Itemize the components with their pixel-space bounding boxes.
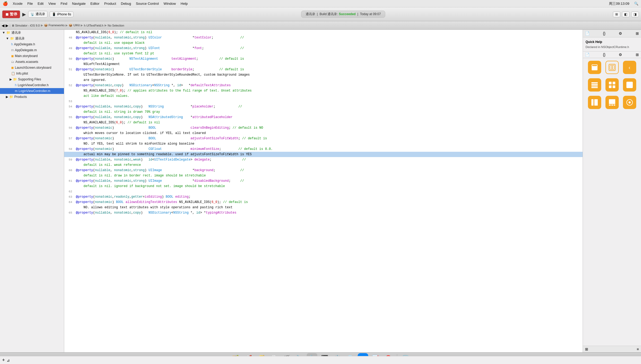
split-vc-icon[interactable] — [588, 96, 601, 109]
menu-editor[interactable]: Editor — [90, 2, 99, 6]
svg-rect-4 — [612, 65, 614, 70]
code-line-56: 56 @property(nonatomic) BOOL clearsOnBeg… — [64, 125, 583, 131]
sidebar-item-appdelegate-m[interactable]: m AppDelegate.m — [0, 47, 64, 53]
menu-xcode[interactable]: Xcode — [13, 2, 23, 6]
sidebar-sub-group[interactable]: ▼ 📁 通讯录 — [0, 36, 64, 41]
right-panel-bottom-bar: ⊞ ≡ — [583, 346, 641, 352]
svg-rect-20 — [614, 105, 615, 106]
device-selector[interactable]: 📱 iPhone 6s — [50, 11, 73, 17]
svg-rect-10 — [613, 82, 615, 84]
m-file-icon2: m — [15, 89, 18, 93]
container-vc-icon[interactable] — [605, 61, 619, 74]
search-icon[interactable]: 🔍 — [634, 2, 638, 6]
h-file-icon2: h — [15, 83, 17, 87]
layout-icon[interactable]: ⊞ — [613, 11, 620, 17]
collapse-icon4: ▶ — [6, 95, 8, 99]
menu-source-control[interactable]: Source Control — [136, 2, 159, 6]
h-file-icon: h — [11, 42, 13, 46]
code-line-64b: NO. allows editing text attributes with … — [64, 205, 583, 210]
code-line-51b: UITextBorderStyleNone. If set to UITextB… — [64, 72, 583, 77]
sidebar-item-loginvc-h[interactable]: h LoginViewController.h — [0, 82, 64, 88]
code-line-49: 49 @property(nullable, nonatomic,strong)… — [64, 46, 583, 51]
tab-vc-icon[interactable] — [605, 96, 619, 109]
menu-product[interactable]: Product — [104, 2, 116, 6]
page-vc-icon[interactable] — [623, 78, 636, 92]
toolbar-icons-right: ⊞ ◧ ◨ — [613, 11, 639, 17]
menu-debug[interactable]: Debug — [121, 2, 131, 6]
menu-navigate[interactable]: Navigate — [72, 2, 85, 6]
settings-icon[interactable]: ⚙ — [619, 31, 622, 36]
svg-rect-11 — [609, 85, 612, 88]
quick-help-title: Quick Help — [586, 40, 638, 44]
code-line-51c: are ignored. — [64, 77, 583, 83]
svg-rect-1 — [592, 65, 597, 66]
rp-grid-btn[interactable]: ⊞ — [636, 53, 639, 57]
menubar: 🍎 Xcode File Edit View Find Navigate Edi… — [0, 0, 641, 7]
rp-file-btn[interactable]: 📄 — [585, 53, 590, 57]
code-line-top: NS_AVAILABLE_IOS(6_0); // default is nil — [64, 30, 583, 35]
list-view-toggle[interactable]: ≡ — [637, 347, 639, 351]
build-status-area: 通讯录 | Build 通讯录: Succeeded | Today at 09… — [76, 11, 611, 18]
svg-rect-17 — [609, 99, 615, 104]
code-area: NS_AVAILABLE_IOS(6_0); // default is nil… — [64, 30, 583, 352]
svg-rect-9 — [609, 82, 612, 84]
code-line-54: 54 @property(nullable, nonatomic,copy) N… — [64, 104, 583, 109]
code-line-60: 60 @property(nullable, nonatomic,strong)… — [64, 168, 583, 173]
menu-edit[interactable]: Edit — [38, 2, 44, 6]
back-button-icon[interactable]: ‹ — [623, 61, 636, 74]
broadcast-button[interactable]: 📡 通讯录 — [28, 11, 47, 18]
navigator-toggle[interactable]: ◧ — [622, 11, 630, 17]
code-line-50b: NSLeftTextAlignment — [64, 62, 583, 67]
inspector-toggle[interactable]: ◨ — [631, 11, 639, 17]
menu-window[interactable]: Window — [164, 2, 176, 6]
sidebar-item-info-plist[interactable]: 📋 Info.plist — [0, 71, 64, 76]
sidebar-item-launchscreen[interactable]: ◼ LaunchScreen.storyboard — [0, 65, 64, 71]
right-panel: 📄 {} ⚙ ⊞ Quick Help Declared in NSObject… — [583, 30, 641, 352]
code-line-60b: default is nil. draw in border rect. ima… — [64, 173, 583, 178]
back-nav-button[interactable]: ◀ — [2, 23, 5, 28]
svg-point-22 — [629, 101, 631, 103]
menu-file[interactable]: File — [27, 2, 33, 6]
rp-code-btn[interactable]: {} — [603, 53, 605, 57]
rp-gear-btn[interactable]: ⚙ — [619, 53, 622, 57]
sidebar-item-products[interactable]: ▶ 📁 Products — [0, 94, 64, 100]
nav-separator1: | — [10, 24, 10, 27]
play-button[interactable]: ▶ — [22, 11, 26, 17]
breadcrumb-no-selection[interactable]: No Selection — [108, 24, 124, 27]
sidebar-item-appdelegate-h[interactable]: h AppDelegate.h — [0, 41, 64, 47]
sidebar: ▼ 📁 通讯录 ▼ 📁 通讯录 h AppDelegate.h m AppDel… — [0, 30, 64, 352]
stop-button[interactable]: ⏹ 暂停 — [2, 10, 20, 18]
breadcrumb-file[interactable]: h UITextField.h — [84, 24, 103, 27]
sidebar-item-loginvc-m[interactable]: m LoginViewController.m — [0, 88, 64, 94]
breadcrumb-frameworks[interactable]: 📦 Frameworks — [44, 24, 65, 27]
sidebar-root-group[interactable]: ▼ 📁 通讯录 — [0, 30, 64, 36]
code-scroll[interactable]: NS_AVAILABLE_IOS(6_0); // default is nil… — [64, 30, 583, 352]
file-icon[interactable]: 📄 — [585, 31, 590, 36]
folder-icon: 📁 — [6, 31, 10, 34]
sidebar-item-supporting-files[interactable]: ▶ 📁 Supporting Files — [0, 76, 64, 82]
view-controller-icon[interactable] — [588, 61, 601, 74]
menu-find[interactable]: Find — [60, 2, 67, 6]
svg-rect-7 — [591, 85, 598, 86]
table-vc-icon[interactable] — [588, 78, 601, 92]
right-panel-icons-top-bar: 📄 {} ⚙ ⊞ — [583, 51, 641, 58]
main-layout: ▼ 📁 通讯录 ▼ 📁 通讯录 h AppDelegate.h m AppDel… — [0, 30, 641, 352]
stop-icon: ⏹ — [5, 12, 9, 16]
collection-vc-icon[interactable] — [605, 78, 619, 92]
code-line-59b: default is nil. weak reference — [64, 162, 583, 168]
menu-help[interactable]: Help — [181, 2, 188, 6]
layout-panel-icon[interactable]: ⊞ — [636, 31, 639, 36]
breadcrumb-uikit[interactable]: 📦 UIKit — [69, 24, 80, 27]
apple-menu[interactable]: 🍎 — [3, 1, 8, 6]
right-panel-toolbar: 📄 {} ⚙ ⊞ — [583, 30, 641, 37]
sidebar-item-assets[interactable]: 🗂 Assets.xcassets — [0, 59, 64, 65]
sidebar-item-main-storyboard[interactable]: ◼ Main.storyboard — [0, 53, 64, 59]
code-line-58b: actual min may be pinned to something re… — [64, 152, 583, 157]
breadcrumb-simulator[interactable]: 🖥 Simulator - iOS 9.0 — [11, 24, 40, 27]
menu-view[interactable]: View — [48, 2, 56, 6]
forward-nav-button[interactable]: ▶ — [6, 23, 8, 28]
code-icon[interactable]: {} — [603, 31, 605, 36]
code-line-52c: act like default values. — [64, 93, 583, 99]
glkit-vc-icon[interactable] — [623, 96, 636, 109]
grid-view-toggle[interactable]: ⊞ — [585, 347, 588, 351]
